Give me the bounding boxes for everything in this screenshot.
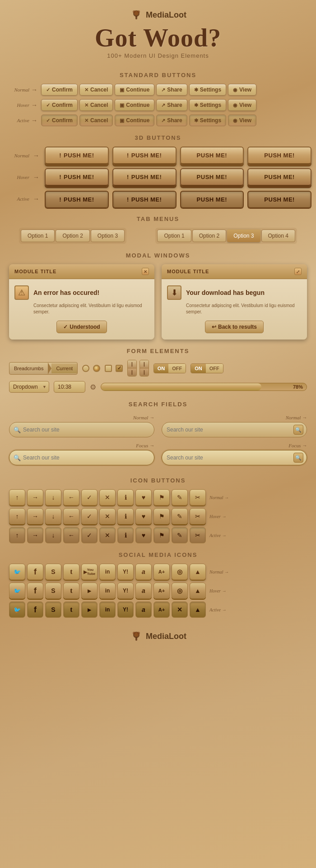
push-btn-2-normal[interactable]: ! PUSH ME! <box>112 147 177 165</box>
toggle-off-2[interactable]: OFF <box>206 364 223 373</box>
share-btn-hover[interactable]: ↗Share <box>156 99 187 111</box>
icon-heart-active[interactable]: ♥ <box>135 527 152 543</box>
settings-btn-active[interactable]: ✱Settings <box>189 115 226 126</box>
error-modal-close[interactable]: ✕ <box>142 268 149 275</box>
amazon-hover[interactable]: a <box>135 583 152 599</box>
icon-right-hover[interactable]: → <box>27 508 43 524</box>
rss-normal[interactable]: ▲ <box>190 564 206 580</box>
share-btn-active[interactable]: ↗Share <box>156 115 187 126</box>
googleplus-hover[interactable]: A+ <box>153 583 170 599</box>
dropdown-wrap[interactable]: Dropdown <box>9 381 49 393</box>
dropdown-select[interactable]: Dropdown <box>9 381 49 393</box>
icon-left-hover[interactable]: ← <box>63 508 79 524</box>
push-btn-1-active[interactable]: ! PUSH ME! <box>45 191 109 208</box>
icon-cut-hover[interactable]: ✂ <box>190 508 206 524</box>
search-icon-right-2[interactable]: 🔍 <box>293 453 303 463</box>
confirm-btn-active[interactable]: ✓Confirm <box>41 115 78 126</box>
skype-normal[interactable]: S <box>45 564 61 580</box>
share-btn-normal[interactable]: ↗Share <box>156 84 187 96</box>
settings-btn-normal[interactable]: ✱Settings <box>189 84 226 96</box>
continue-btn-active[interactable]: ▣Continue <box>115 115 154 126</box>
tab-option2-g1[interactable]: Option 2 <box>56 230 89 242</box>
youtube-normal[interactable]: ▶YouTube <box>81 564 98 580</box>
yahoo-normal[interactable]: Y! <box>117 564 134 580</box>
icon-up-hover[interactable]: ↑ <box>9 508 25 524</box>
icon-flag-hover[interactable]: ⚑ <box>153 508 170 524</box>
icon-flag-normal[interactable]: ⚑ <box>153 489 170 505</box>
googleplus-normal[interactable]: A+ <box>153 564 170 580</box>
radio-2[interactable] <box>93 365 100 372</box>
time-input-wrap[interactable] <box>54 381 85 393</box>
yahoo-hover[interactable]: Y! <box>117 583 134 599</box>
icon-edit-normal[interactable]: ✎ <box>172 489 188 505</box>
search-input-focus-right[interactable] <box>162 450 307 465</box>
search-input-focus-left[interactable] <box>9 450 154 465</box>
push-btn-2-active[interactable]: ! PUSH ME! <box>112 191 177 208</box>
linkedin-hover[interactable]: in <box>99 583 116 599</box>
radio-1[interactable] <box>82 365 89 372</box>
tab-option1-g1[interactable]: Option 1 <box>21 230 55 242</box>
icon-edit-hover[interactable]: ✎ <box>172 508 188 524</box>
icon-up-active[interactable]: ↑ <box>9 527 25 543</box>
confirm-btn-normal[interactable]: ✓Confirm <box>41 84 78 96</box>
tab-option2-g2[interactable]: Option 2 <box>192 230 226 242</box>
cancel-btn-normal[interactable]: ✕Cancel <box>79 84 113 96</box>
yahoo-active[interactable]: Y! <box>117 602 134 618</box>
facebook-hover[interactable]: f <box>27 583 43 599</box>
icon-cut-normal[interactable]: ✂ <box>190 489 206 505</box>
facebook-active[interactable]: f <box>27 602 43 618</box>
vert-toggle-1-bot[interactable]: | <box>128 368 136 376</box>
cancel-btn-active[interactable]: ✕Cancel <box>79 115 113 126</box>
dribbble-hover[interactable]: ◎ <box>172 583 188 599</box>
confirm-btn-hover[interactable]: ✓Confirm <box>41 99 78 111</box>
icon-x-active[interactable]: ✕ <box>99 527 116 543</box>
icon-info-active[interactable]: ℹ <box>117 527 134 543</box>
amazon-active[interactable]: a <box>135 602 152 618</box>
vert-toggle-2-top[interactable]: | <box>140 360 149 368</box>
tumblr-normal[interactable]: t <box>63 564 79 580</box>
dribbble-active[interactable]: ✕ <box>172 602 188 618</box>
googleplus-active[interactable]: A+ <box>153 602 170 618</box>
icon-info-normal[interactable]: ℹ <box>117 489 134 505</box>
linkedin-normal[interactable]: in <box>99 564 116 580</box>
time-input[interactable] <box>54 381 85 393</box>
linkedin-active[interactable]: in <box>99 602 116 618</box>
icon-down-normal[interactable]: ↓ <box>45 489 61 505</box>
push-btn-3-normal[interactable]: PUSH ME! <box>180 147 244 165</box>
rss-hover[interactable]: ▲ <box>190 583 206 599</box>
continue-btn-normal[interactable]: ▣Continue <box>115 84 154 96</box>
icon-x-hover[interactable]: ✕ <box>99 508 116 524</box>
vert-toggle-1-top[interactable]: | <box>128 360 136 368</box>
icon-left-normal[interactable]: ← <box>63 489 79 505</box>
toggle-off-1[interactable]: OFF <box>168 364 186 373</box>
icon-cut-active[interactable]: ✂ <box>190 527 206 543</box>
skype-active[interactable]: S <box>45 602 61 618</box>
tab-option4-g2[interactable]: Option 4 <box>261 230 295 242</box>
dribbble-normal[interactable]: ◎ <box>172 564 188 580</box>
icon-heart-hover[interactable]: ♥ <box>135 508 152 524</box>
settings-btn-hover[interactable]: ✱Settings <box>189 99 226 111</box>
youtube-active[interactable]: ▶ <box>81 602 98 618</box>
search-input-normal-right[interactable] <box>162 422 307 437</box>
view-btn-hover[interactable]: ◉View <box>228 99 256 111</box>
tab-option3-g1[interactable]: Option 3 <box>91 230 125 242</box>
icon-down-hover[interactable]: ↓ <box>45 508 61 524</box>
toggle-on-2[interactable]: ON <box>191 364 206 373</box>
tab-option1-g2[interactable]: Option 1 <box>157 230 191 242</box>
amazon-normal[interactable]: a <box>135 564 152 580</box>
skype-hover[interactable]: S <box>45 583 61 599</box>
push-btn-4-active[interactable]: PUSH ME! <box>247 191 311 208</box>
search-input-normal-left[interactable] <box>9 422 154 437</box>
search-icon-right-1[interactable]: 🔍 <box>293 425 303 435</box>
icon-down-active[interactable]: ↓ <box>45 527 61 543</box>
push-btn-1-hover[interactable]: ! PUSH ME! <box>45 168 109 186</box>
twitter-hover[interactable]: 🐦 <box>9 583 25 599</box>
tab-option3-g2[interactable]: Option 3 <box>227 230 260 242</box>
icon-x-normal[interactable]: ✕ <box>99 489 116 505</box>
icon-edit-active[interactable]: ✎ <box>172 527 188 543</box>
push-btn-3-hover[interactable]: PUSH ME! <box>180 168 244 186</box>
continue-btn-hover[interactable]: ▣Continue <box>115 99 154 111</box>
facebook-normal[interactable]: f <box>27 564 43 580</box>
twitter-active[interactable]: 🐦 <box>9 602 25 618</box>
push-btn-1-normal[interactable]: ! PUSH ME! <box>45 147 109 165</box>
